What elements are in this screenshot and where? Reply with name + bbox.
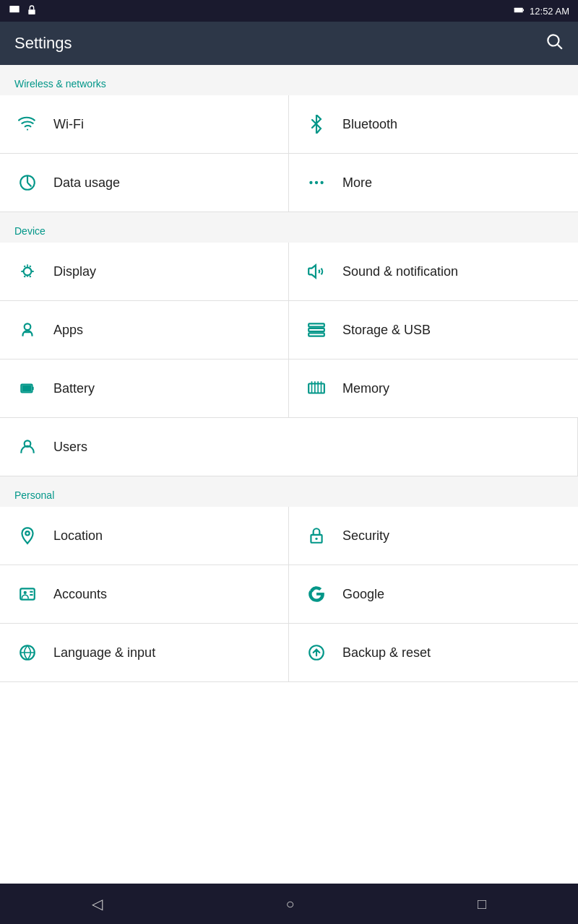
location-label: Location [53, 528, 103, 544]
personal-grid: Location Security Accounts Google [0, 507, 578, 682]
svg-rect-12 [309, 323, 324, 326]
search-button[interactable] [545, 32, 564, 55]
svg-point-10 [25, 323, 31, 330]
users-label: Users [53, 440, 87, 455]
language-icon [14, 640, 40, 666]
svg-rect-13 [309, 328, 324, 331]
settings-item-google[interactable]: Google [289, 565, 578, 624]
battery-icon [514, 4, 525, 18]
time: 12:52 AM [530, 6, 569, 17]
security-label: Security [342, 528, 389, 544]
svg-point-8 [315, 181, 318, 184]
wifi-label: Wi-Fi [53, 117, 84, 132]
sound-icon [303, 258, 329, 284]
bottom-nav: ◁ ○ □ [0, 884, 578, 924]
google-icon [303, 581, 329, 607]
section-header-personal: Personal [0, 476, 578, 507]
device-grid: Display Sound & notification Apps Storag… [0, 243, 578, 476]
settings-item-security[interactable]: Security [289, 507, 578, 565]
settings-item-language[interactable]: Language & input [0, 624, 289, 682]
backup-icon [303, 640, 329, 666]
section-header-device: Device [0, 212, 578, 243]
language-label: Language & input [53, 645, 155, 661]
settings-item-battery[interactable]: Battery [0, 359, 289, 418]
settings-item-memory[interactable]: Memory [289, 359, 578, 418]
settings-item-more[interactable]: More [289, 154, 578, 212]
display-label: Display [53, 264, 96, 279]
apps-label: Apps [53, 323, 83, 338]
svg-rect-11 [25, 331, 31, 333]
settings-item-sound[interactable]: Sound & notification [289, 243, 578, 301]
security-icon [303, 523, 329, 549]
bluetooth-icon [303, 111, 329, 137]
page-title: Settings [14, 34, 72, 53]
svg-rect-3 [514, 8, 522, 12]
more-icon [303, 170, 329, 196]
screen-icon [9, 4, 20, 18]
app-bar: Settings [0, 22, 578, 65]
accounts-label: Accounts [53, 587, 107, 602]
status-bar-left [9, 4, 38, 18]
storage-icon [303, 317, 329, 343]
recent-button[interactable]: □ [456, 889, 508, 920]
battery-settings-icon [14, 375, 40, 401]
settings-content: Wireless & networks Wi-Fi Bluetooth Data… [0, 65, 578, 884]
memory-icon [303, 375, 329, 401]
section-header-wireless: Wireless & networks [0, 65, 578, 95]
backup-label: Backup & reset [342, 645, 431, 661]
svg-rect-0 [9, 6, 19, 12]
settings-item-storage[interactable]: Storage & USB [289, 301, 578, 359]
settings-item-apps[interactable]: Apps [0, 301, 289, 359]
more-label: More [342, 175, 372, 191]
svg-point-9 [320, 181, 323, 184]
settings-item-users[interactable]: Users [0, 418, 578, 476]
settings-item-data-usage[interactable]: Data usage [0, 154, 289, 212]
lock-icon [26, 4, 38, 18]
settings-item-location[interactable]: Location [0, 507, 289, 565]
wifi-icon [14, 111, 40, 137]
apps-icon [14, 317, 40, 343]
settings-item-accounts[interactable]: Accounts [0, 565, 289, 624]
location-icon [14, 523, 40, 549]
svg-line-5 [558, 45, 562, 49]
storage-label: Storage & USB [342, 323, 431, 338]
svg-point-7 [309, 181, 312, 184]
settings-item-display[interactable]: Display [0, 243, 289, 301]
accounts-icon [14, 581, 40, 607]
back-button[interactable]: ◁ [70, 888, 124, 920]
sound-label: Sound & notification [342, 264, 458, 279]
google-label: Google [342, 587, 384, 602]
wireless-grid: Wi-Fi Bluetooth Data usage More [0, 95, 578, 212]
bluetooth-label: Bluetooth [342, 117, 397, 132]
settings-item-bluetooth[interactable]: Bluetooth [289, 95, 578, 154]
svg-point-4 [548, 35, 558, 45]
data-usage-label: Data usage [53, 175, 120, 191]
svg-rect-14 [309, 333, 324, 336]
users-icon [14, 434, 40, 460]
svg-point-29 [315, 538, 317, 540]
status-bar: 12:52 AM [0, 0, 578, 22]
svg-rect-16 [22, 385, 31, 392]
svg-rect-17 [309, 384, 324, 393]
data-usage-icon [14, 170, 40, 196]
display-icon [14, 258, 40, 284]
battery-label: Battery [53, 381, 95, 396]
settings-item-wifi[interactable]: Wi-Fi [0, 95, 289, 154]
status-bar-right: 12:52 AM [514, 4, 569, 18]
svg-rect-1 [28, 9, 35, 14]
svg-point-31 [24, 591, 27, 594]
home-button[interactable]: ○ [264, 889, 316, 920]
svg-point-27 [25, 531, 29, 535]
memory-label: Memory [342, 381, 389, 396]
settings-item-backup[interactable]: Backup & reset [289, 624, 578, 682]
